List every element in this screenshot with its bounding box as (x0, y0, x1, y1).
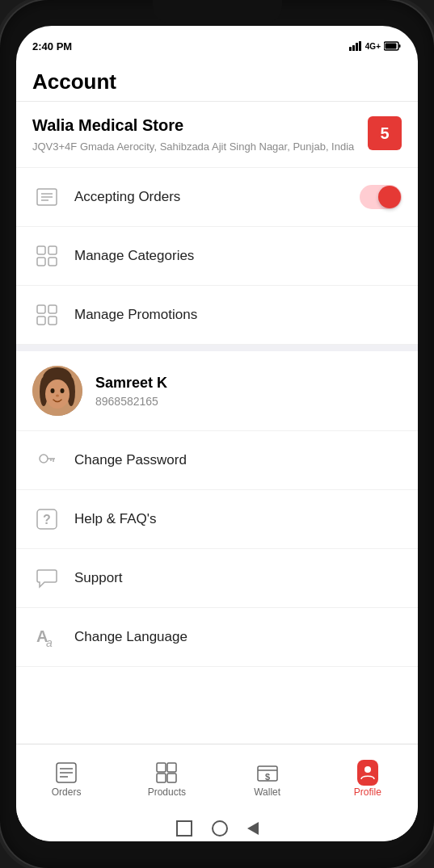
store-name: Walia Medical Store (32, 116, 358, 135)
svg-rect-6 (386, 44, 397, 49)
svg-rect-14 (48, 258, 57, 266)
svg-text:$: $ (265, 772, 270, 782)
chat-icon (32, 564, 61, 593)
store-badge[interactable]: 5 (368, 116, 402, 150)
status-bar: 2:40 PM 4G+ (16, 26, 418, 60)
phone-screen: 2:40 PM 4G+ (16, 26, 418, 841)
menu-item-change-password[interactable]: Change Password (16, 431, 418, 490)
home-indicator-area (16, 815, 418, 841)
svg-rect-41 (157, 774, 166, 782)
nav-profile-label: Profile (354, 786, 381, 798)
svg-point-23 (45, 379, 70, 409)
svg-point-25 (61, 388, 65, 393)
page-title: Account (32, 69, 402, 94)
signal-icon (349, 41, 362, 51)
menu-item-change-language[interactable]: A a Change Language (16, 608, 418, 667)
help-icon: ? (32, 505, 61, 534)
nav-products-icon (156, 762, 177, 783)
svg-text:a: a (46, 636, 53, 648)
user-section: Samreet K 8968582165 (16, 351, 418, 431)
home-back-btn[interactable] (247, 822, 259, 835)
svg-rect-40 (167, 763, 176, 772)
svg-rect-2 (356, 43, 358, 51)
nav-item-profile[interactable]: Profile (318, 744, 418, 815)
svg-point-24 (51, 388, 55, 393)
toggle-knob (378, 186, 401, 208)
nav-profile-icon (357, 762, 378, 783)
nav-wallet-icon: $ (257, 762, 278, 783)
svg-rect-15 (37, 305, 45, 313)
user-phone: 8968582165 (95, 395, 167, 408)
nav-item-products[interactable]: Products (116, 744, 217, 815)
status-icons: 4G+ (349, 41, 402, 51)
nav-item-orders[interactable]: Orders (16, 744, 116, 815)
svg-rect-12 (48, 246, 57, 254)
support-label: Support (74, 570, 402, 586)
menu-item-manage-promotions[interactable]: Manage Promotions (16, 286, 418, 345)
user-avatar (32, 366, 82, 416)
accepting-orders-label: Accepting Orders (74, 189, 360, 205)
page-header: Account (16, 60, 418, 102)
user-name: Samreet K (95, 375, 167, 392)
svg-point-26 (56, 395, 59, 397)
menu-section: Accepting Orders Ma (16, 168, 418, 345)
menu-item-support[interactable]: Support (16, 549, 418, 608)
status-time: 2:40 PM (32, 40, 72, 52)
battery-icon (384, 41, 402, 51)
promotions-icon (32, 300, 61, 329)
store-info: Walia Medical Store JQV3+4F Gmada Aeroci… (32, 116, 358, 154)
svg-point-45 (364, 766, 371, 773)
nav-orders-icon (56, 762, 77, 783)
home-square-btn[interactable] (176, 820, 192, 837)
nav-item-wallet[interactable]: $ Wallet (217, 744, 318, 815)
menu-item-help-faq[interactable]: ? Help & FAQ's (16, 490, 418, 549)
svg-rect-39 (157, 763, 166, 772)
nav-products-label: Products (148, 786, 186, 798)
svg-rect-42 (167, 774, 176, 782)
orders-icon (32, 182, 61, 212)
svg-rect-0 (349, 47, 352, 51)
language-icon: A a (32, 623, 61, 652)
svg-rect-5 (399, 44, 401, 48)
svg-point-27 (40, 455, 48, 463)
svg-rect-1 (352, 45, 355, 51)
menu-item-accepting-orders[interactable]: Accepting Orders (16, 168, 418, 227)
svg-text:?: ? (43, 513, 51, 526)
categories-icon (32, 241, 61, 270)
help-faq-label: Help & FAQ's (74, 511, 402, 527)
svg-rect-18 (48, 317, 57, 325)
change-language-label: Change Language (74, 629, 402, 645)
section-divider (16, 345, 418, 351)
carrier-text: 4G+ (365, 42, 381, 51)
manage-promotions-label: Manage Promotions (74, 307, 402, 323)
svg-rect-3 (359, 41, 361, 51)
change-password-label: Change Password (74, 452, 402, 468)
accepting-orders-toggle[interactable] (360, 185, 402, 209)
bottom-nav: Orders Products (16, 744, 418, 815)
key-icon (32, 446, 61, 475)
svg-rect-13 (37, 258, 45, 266)
svg-rect-17 (37, 317, 45, 325)
screen-content: Account Walia Medical Store JQV3+4F Gmad… (16, 60, 418, 744)
store-section: Walia Medical Store JQV3+4F Gmada Aeroci… (16, 102, 418, 168)
user-info: Samreet K 8968582165 (95, 375, 167, 408)
nav-wallet-label: Wallet (254, 786, 280, 798)
svg-rect-11 (37, 246, 45, 254)
store-address: JQV3+4F Gmada Aerocity, Sahibzada Ajit S… (32, 140, 358, 154)
svg-rect-16 (48, 305, 57, 313)
menu-item-manage-categories[interactable]: Manage Categories (16, 227, 418, 286)
notch (153, 0, 282, 23)
phone-frame: 2:40 PM 4G+ (0, 0, 434, 868)
home-circle-btn[interactable] (212, 820, 228, 837)
nav-orders-label: Orders (52, 786, 82, 798)
manage-categories-label: Manage Categories (74, 248, 402, 264)
